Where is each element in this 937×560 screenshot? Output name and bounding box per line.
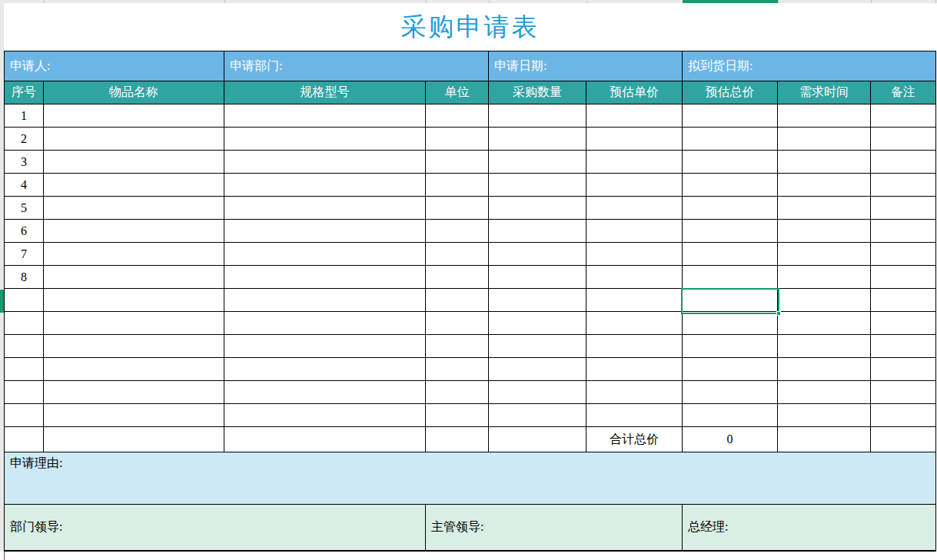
reason-cell[interactable]: 申请理由: [4, 452, 936, 505]
header-spec-model[interactable]: 规格型号 [224, 81, 426, 104]
cell[interactable] [426, 151, 489, 174]
row-number-cell[interactable]: 5 [4, 197, 44, 220]
apply-date-cell[interactable]: 申请日期: [489, 51, 683, 81]
row-number-cell[interactable] [4, 289, 44, 312]
cell[interactable] [778, 358, 871, 381]
cell[interactable] [44, 197, 224, 220]
cell[interactable] [224, 381, 426, 404]
cell[interactable] [489, 104, 586, 128]
cell[interactable] [871, 104, 936, 128]
cell[interactable] [224, 197, 426, 220]
cell[interactable] [44, 266, 224, 289]
fill-handle[interactable] [776, 311, 781, 316]
applicant-cell[interactable]: 申请人: [4, 51, 224, 81]
cell[interactable] [586, 381, 683, 404]
cell[interactable] [778, 381, 871, 404]
cell[interactable] [224, 104, 426, 128]
cell[interactable] [426, 335, 489, 358]
row-number-cell[interactable]: 2 [4, 128, 44, 151]
cell[interactable] [586, 174, 683, 197]
cell[interactable] [489, 174, 586, 197]
general-manager-cell[interactable]: 总经理: [683, 505, 936, 552]
header-quantity[interactable]: 采购数量 [489, 81, 586, 104]
header-needed-time[interactable]: 需求时间 [778, 81, 871, 104]
row-number-cell[interactable] [4, 312, 44, 335]
cell[interactable] [489, 243, 586, 266]
cell[interactable] [586, 243, 683, 266]
cell[interactable] [683, 197, 778, 220]
cell[interactable] [778, 104, 871, 128]
cell[interactable] [224, 404, 426, 427]
cell[interactable] [224, 151, 426, 174]
cell[interactable] [586, 266, 683, 289]
cell[interactable] [683, 174, 778, 197]
cell[interactable] [586, 197, 683, 220]
cell[interactable] [44, 220, 224, 243]
cell[interactable] [426, 312, 489, 335]
cell[interactable] [426, 174, 489, 197]
cell[interactable] [4, 427, 44, 452]
cell[interactable] [224, 358, 426, 381]
cell[interactable] [586, 289, 683, 312]
cell[interactable] [489, 266, 586, 289]
cell[interactable] [683, 335, 778, 358]
row-number-cell[interactable] [4, 404, 44, 427]
cell[interactable] [683, 104, 778, 128]
cell[interactable] [778, 151, 871, 174]
cell[interactable] [489, 151, 586, 174]
cell[interactable] [778, 289, 871, 312]
row-number-cell[interactable]: 3 [4, 151, 44, 174]
cell[interactable] [586, 104, 683, 128]
cell[interactable] [224, 289, 426, 312]
cell[interactable] [683, 243, 778, 266]
header-unit[interactable]: 单位 [426, 81, 489, 104]
cell[interactable] [44, 381, 224, 404]
total-label-cell[interactable]: 合计总价 [586, 427, 683, 452]
cell[interactable] [683, 404, 778, 427]
cell[interactable] [44, 427, 224, 452]
cell[interactable] [586, 404, 683, 427]
cell[interactable] [871, 335, 936, 358]
row-number-cell[interactable] [4, 358, 44, 381]
total-value-cell[interactable]: 0 [683, 427, 778, 452]
cell[interactable] [778, 404, 871, 427]
cell[interactable] [426, 358, 489, 381]
cell[interactable] [778, 174, 871, 197]
header-remark[interactable]: 备注 [871, 81, 936, 104]
cell[interactable] [224, 312, 426, 335]
cell[interactable] [586, 358, 683, 381]
cell[interactable] [778, 220, 871, 243]
cell[interactable] [224, 128, 426, 151]
supervisor-cell[interactable]: 主管领导: [426, 505, 683, 552]
header-est-total-price[interactable]: 预估总价 [683, 81, 778, 104]
title-row[interactable]: 采购申请表 [4, 3, 936, 51]
row-number-cell[interactable]: 6 [4, 220, 44, 243]
cell[interactable] [683, 128, 778, 151]
cell[interactable] [871, 197, 936, 220]
cell[interactable] [44, 151, 224, 174]
department-cell[interactable]: 申请部门: [224, 51, 489, 81]
cell[interactable] [44, 174, 224, 197]
cell[interactable] [224, 427, 426, 452]
cell[interactable] [586, 151, 683, 174]
cell[interactable] [44, 312, 224, 335]
header-item-name[interactable]: 物品名称 [44, 81, 224, 104]
cell[interactable] [426, 220, 489, 243]
cell[interactable] [489, 289, 586, 312]
cell[interactable] [778, 427, 871, 452]
row-number-cell[interactable]: 7 [4, 243, 44, 266]
row-number-cell[interactable]: 4 [4, 174, 44, 197]
cell[interactable] [489, 381, 586, 404]
cell[interactable] [44, 289, 224, 312]
row-number-cell[interactable]: 1 [4, 104, 44, 128]
cell[interactable] [44, 128, 224, 151]
cell[interactable] [489, 404, 586, 427]
cell[interactable] [683, 266, 778, 289]
cell[interactable] [44, 358, 224, 381]
cell[interactable] [224, 174, 426, 197]
cell[interactable] [683, 381, 778, 404]
cell[interactable] [426, 266, 489, 289]
cell[interactable] [871, 243, 936, 266]
cell[interactable] [426, 381, 489, 404]
cell[interactable] [683, 358, 778, 381]
